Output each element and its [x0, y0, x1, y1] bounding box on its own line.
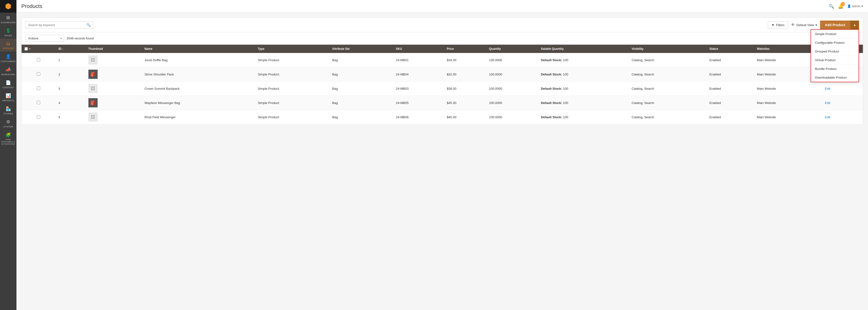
row-thumbnail: 🖼 [86, 53, 142, 67]
notifications-button[interactable]: 🔔 13 [838, 4, 843, 9]
table-row: 5 🖼 Rival Field Messenger Simple Product… [22, 110, 863, 124]
th-checkbox-dropdown-icon[interactable]: ▼ [29, 48, 31, 50]
table-row: 4 🎒 Wayfarer Messenger Bag Simple Produc… [22, 96, 863, 110]
th-visibility[interactable]: Visibility [629, 45, 707, 53]
view-dropdown-icon: ▾ [815, 23, 817, 27]
row-visibility: Catalog, Search [629, 53, 707, 67]
row-name: Wayfarer Messenger Bag [142, 96, 255, 110]
dropdown-item-downloadable[interactable]: Downloadable Product [811, 73, 859, 82]
row-checkbox-cell [22, 67, 56, 81]
actions-select[interactable]: Actions [25, 35, 64, 42]
row-checkbox[interactable] [37, 58, 40, 61]
row-attribute-set: Bag [330, 67, 393, 81]
customers-icon: 👤 [6, 54, 11, 59]
row-checkbox[interactable] [37, 101, 40, 104]
search-button[interactable]: 🔍 [829, 4, 834, 9]
row-quantity: 100.0000 [486, 81, 538, 96]
row-salable-quantity: Default Stock: 100 [538, 110, 628, 124]
row-visibility: Catalog, Search [629, 110, 707, 124]
sidebar-item-dashboard[interactable]: ⊞ DASHBOARD [0, 12, 17, 26]
filters-button[interactable]: ▼ Filters [768, 21, 788, 29]
row-sku: 24-MB01 [393, 53, 444, 67]
catalog-icon: 🗂 [6, 41, 11, 46]
row-thumbnail: 🎒 [86, 67, 142, 81]
sidebar-item-stores[interactable]: 🏪 STORES [0, 104, 17, 117]
th-status[interactable]: Status [707, 45, 754, 53]
row-checkbox[interactable] [37, 87, 40, 90]
row-attribute-set: Bag [330, 110, 393, 124]
dropdown-item-virtual[interactable]: Virtual Product [811, 56, 859, 65]
search-icon: 🔍 [87, 23, 91, 27]
th-sku[interactable]: SKU [393, 45, 444, 53]
th-visibility-label: Visibility [631, 47, 644, 50]
sidebar-item-find-partners[interactable]: 🧩 FIND PARTNERS & EXTENSIONS [0, 130, 17, 147]
dropdown-item-configurable[interactable]: Configurable Product [811, 38, 859, 47]
th-price[interactable]: Price [444, 45, 486, 53]
sidebar-item-customers[interactable]: 👤 CUSTOMERS [0, 51, 17, 65]
dropdown-item-simple[interactable]: Simple Product [811, 30, 859, 38]
th-type[interactable]: Type [255, 45, 329, 53]
marketing-icon: 📣 [6, 67, 11, 72]
sidebar-item-marketing[interactable]: 📣 MARKETING [0, 65, 17, 78]
row-visibility: Catalog, Search [629, 96, 707, 110]
row-attribute-set: Bag [330, 81, 393, 96]
th-name[interactable]: Name [142, 45, 255, 53]
search-input[interactable] [28, 23, 85, 27]
top-header: Products 🔍 🔔 13 👤 admin ▾ [17, 0, 868, 12]
row-checkbox[interactable] [37, 115, 40, 118]
sidebar-item-system[interactable]: ⚙ SYSTEM [0, 117, 17, 130]
row-name: Crown Summit Backpack [142, 81, 255, 96]
th-salable-quantity[interactable]: Salable Quantity [538, 45, 628, 53]
row-price: $38.00 [444, 81, 486, 96]
row-checkbox-cell [22, 81, 56, 96]
sidebar-item-sales[interactable]: 💲 SALES [0, 26, 17, 39]
actions-select-wrapper[interactable]: Actions [25, 35, 64, 42]
records-count: 2046 records found [67, 36, 94, 40]
dropdown-item-grouped[interactable]: Grouped Product [811, 47, 859, 56]
sidebar-logo[interactable] [0, 0, 17, 12]
search-box[interactable]: 🔍 [25, 21, 93, 29]
row-sku: 24-MB05 [393, 96, 444, 110]
product-thumbnail: 🖼 [88, 56, 98, 65]
sidebar-item-catalog[interactable]: 🗂 CATALOG [0, 39, 17, 51]
row-quantity: 100.0000 [486, 96, 538, 110]
row-sku: 24-MB04 [393, 67, 444, 81]
select-all-checkbox[interactable] [25, 47, 28, 50]
row-websites: Main Website [754, 110, 822, 124]
add-product-wrapper: Add Product ▲ Simple Product Configurabl… [820, 21, 859, 29]
row-status: Enabled [707, 81, 754, 96]
th-name-label: Name [144, 47, 152, 50]
th-websites-label: Websites [757, 47, 769, 50]
add-product-button[interactable]: Add Product [820, 21, 850, 29]
sidebar-item-label: SYSTEM [3, 126, 13, 128]
sidebar-item-content[interactable]: 📄 CONTENT [0, 78, 17, 91]
product-thumbnail: 🖼 [88, 84, 98, 93]
filter-icon: ▼ [771, 23, 775, 27]
sidebar-item-label: CATALOG [3, 47, 13, 49]
table-row: 3 🖼 Crown Summit Backpack Simple Product… [22, 81, 863, 96]
row-id: 2 [56, 67, 85, 81]
th-sku-label: SKU [396, 47, 402, 50]
add-product-label: Add Product [825, 23, 845, 27]
row-salable-quantity: Default Stock: 100 [538, 53, 628, 67]
sidebar: ⊞ DASHBOARD 💲 SALES 🗂 CATALOG 👤 CUSTOMER… [0, 0, 17, 310]
sidebar-item-label: STORES [3, 112, 13, 115]
edit-link[interactable]: Edit [825, 115, 830, 119]
sidebar-item-label: MARKETING [1, 73, 15, 76]
edit-link[interactable]: Edit [825, 101, 830, 105]
edit-link[interactable]: Edit [825, 87, 830, 91]
admin-dropdown-icon: ▾ [862, 4, 863, 8]
admin-user-menu[interactable]: 👤 admin ▾ [847, 4, 863, 8]
th-checkbox: ▼ [22, 45, 56, 53]
row-thumbnail: 🎒 [86, 96, 142, 110]
th-id[interactable]: ID ↓ [56, 45, 85, 53]
row-thumbnail: 🖼 [86, 110, 142, 124]
th-attribute-set[interactable]: Attribute Set [330, 45, 393, 53]
row-status: Enabled [707, 67, 754, 81]
th-quantity[interactable]: Quantity [486, 45, 538, 53]
add-product-toggle-button[interactable]: ▲ [850, 21, 859, 29]
row-id: 5 [56, 110, 85, 124]
sidebar-item-reports[interactable]: 📊 REPORTS [0, 91, 17, 104]
row-checkbox[interactable] [37, 72, 40, 76]
dropdown-item-bundle[interactable]: Bundle Product [811, 65, 859, 73]
